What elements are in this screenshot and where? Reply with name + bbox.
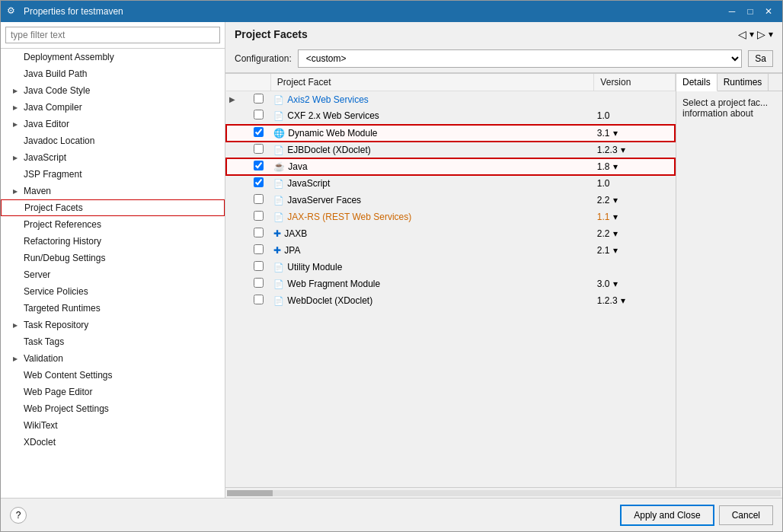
sidebar-item-web-content-settings[interactable]: Web Content Settings	[1, 367, 225, 384]
table-row[interactable]: 📄CXF 2.x Web Services1.0	[226, 108, 675, 125]
right-panel-header: Project Facets ◁ ▾ ▷ ▾ Configuration: <c…	[225, 22, 782, 73]
sidebar-item-xdoclet[interactable]: XDoclet	[1, 434, 225, 451]
version-dropdown-arrow-jaxrs[interactable]: ▾	[613, 212, 618, 222]
table-row[interactable]: ☕Java1.8▾	[226, 158, 675, 175]
back-button[interactable]: ◁	[738, 28, 746, 40]
table-row[interactable]: ✚JPA2.1▾	[226, 242, 675, 259]
sidebar-item-targeted-runtimes[interactable]: Targeted Runtimes	[1, 300, 225, 317]
expand-arrow-validation: ▶	[13, 355, 21, 362]
facet-checkbox-utility[interactable]	[254, 261, 264, 271]
sidebar-item-web-project-settings[interactable]: Web Project Settings	[1, 400, 225, 417]
help-button[interactable]: ?	[10, 507, 27, 524]
version-header: Version	[594, 74, 675, 91]
facet-checkbox-axis2[interactable]	[254, 94, 264, 104]
sidebar-item-javascript[interactable]: ▶JavaScript	[1, 149, 225, 166]
sidebar-item-javadoc-location[interactable]: Javadoc Location	[1, 132, 225, 149]
facet-icon-java: ☕	[273, 161, 285, 172]
sidebar-item-task-repository[interactable]: ▶Task Repository	[1, 317, 225, 333]
facet-icon-javascript-facet: 📄	[273, 179, 284, 188]
facet-checkbox-cxf[interactable]	[254, 110, 264, 119]
sidebar-item-deployment-assembly[interactable]: Deployment Assembly	[1, 49, 225, 65]
config-label: Configuration:	[235, 53, 292, 64]
sidebar-item-maven[interactable]: ▶Maven	[1, 183, 225, 199]
sidebar-item-run-debug-settings[interactable]: Run/Debug Settings	[1, 250, 225, 266]
tab-runtimes[interactable]: Runtimes	[717, 74, 769, 91]
sidebar-item-service-policies[interactable]: Service Policies	[1, 283, 225, 300]
tree-scroll: Deployment AssemblyJava Build Path▶Java …	[1, 49, 225, 498]
maximize-button[interactable]: □	[743, 4, 758, 19]
sidebar-item-jsp-fragment[interactable]: JSP Fragment	[1, 166, 225, 183]
history-dropdown-button[interactable]: ▾	[749, 28, 754, 40]
expand-arrow-java-code-style: ▶	[13, 88, 21, 94]
sidebar-item-label-project-facets: Project Facets	[24, 202, 83, 213]
arrow-col-header	[226, 74, 247, 91]
version-dropdown-arrow-web-fragment[interactable]: ▾	[613, 279, 618, 289]
close-button[interactable]: ✕	[761, 4, 776, 19]
forward-button[interactable]: ▷	[757, 28, 765, 40]
version-dropdown-arrow-jsf[interactable]: ▾	[613, 195, 618, 205]
table-row[interactable]: 🌐Dynamic Web Module3.1▾	[226, 125, 675, 142]
forward-dropdown-button[interactable]: ▾	[769, 28, 773, 40]
sidebar-item-java-editor[interactable]: ▶Java Editor	[1, 116, 225, 132]
sidebar-item-refactoring-history[interactable]: Refactoring History	[1, 233, 225, 250]
table-row[interactable]: 📄JAX-RS (REST Web Services)1.1▾	[226, 209, 675, 225]
apply-close-button[interactable]: Apply and Close	[620, 505, 714, 526]
facet-checkbox-jaxrs[interactable]	[254, 211, 264, 221]
facet-checkbox-ejbdoclet[interactable]	[254, 144, 264, 154]
table-row[interactable]: 📄JavaScript1.0	[226, 175, 675, 192]
save-button[interactable]: Sa	[748, 50, 773, 67]
facet-version-java: 1.8	[597, 161, 610, 172]
facet-icon-axis2: 📄	[273, 95, 284, 104]
sidebar-item-server[interactable]: Server	[1, 266, 225, 283]
sidebar-item-validation[interactable]: ▶Validation	[1, 350, 225, 367]
version-dropdown-arrow-dynamic-web[interactable]: ▾	[613, 128, 618, 139]
sidebar-item-web-page-editor[interactable]: Web Page Editor	[1, 384, 225, 400]
table-row[interactable]: ✚JAXB2.2▾	[226, 225, 675, 242]
sidebar-item-java-compiler[interactable]: ▶Java Compiler	[1, 99, 225, 116]
facet-version-web-fragment: 3.0	[597, 279, 610, 289]
row-arrow-dynamic-web	[226, 125, 247, 142]
facet-checkbox-java[interactable]	[254, 161, 264, 170]
sidebar-item-label-task-repository: Task Repository	[24, 320, 88, 330]
facet-version-javascript-facet: 1.0	[597, 178, 610, 189]
sidebar-item-label-web-content-settings: Web Content Settings	[24, 370, 113, 381]
facet-name-jaxrs: JAX-RS (REST Web Services)	[287, 212, 411, 222]
sidebar-item-task-tags[interactable]: Task Tags	[1, 333, 225, 350]
version-dropdown-arrow-ejbdoclet[interactable]: ▾	[621, 145, 625, 155]
facets-scrollbar[interactable]	[225, 487, 782, 498]
table-row[interactable]: 📄EJBDoclet (XDoclet)1.2.3▾	[226, 142, 675, 158]
sidebar-item-label-service-policies: Service Policies	[24, 286, 88, 297]
table-row[interactable]: 📄Utility Module	[226, 259, 675, 276]
config-select[interactable]: <custom>	[298, 49, 743, 68]
sidebar-item-java-code-style[interactable]: ▶Java Code Style	[1, 82, 225, 99]
facet-checkbox-jpa[interactable]	[254, 244, 264, 254]
minimize-button[interactable]: ─	[724, 4, 740, 19]
facet-checkbox-dynamic-web[interactable]	[254, 127, 264, 137]
tab-details[interactable]: Details	[676, 74, 717, 91]
facet-checkbox-javascript-facet[interactable]	[254, 177, 264, 187]
facet-checkbox-web-fragment[interactable]	[254, 278, 264, 288]
facet-checkbox-jaxb[interactable]	[254, 228, 264, 237]
facet-checkbox-webdoclet[interactable]	[254, 295, 264, 304]
facet-version-ejbdoclet: 1.2.3	[597, 145, 618, 155]
version-dropdown-arrow-jpa[interactable]: ▾	[613, 245, 618, 256]
filter-input[interactable]	[5, 27, 220, 43]
expand-arrow-task-repository: ▶	[13, 322, 21, 329]
sidebar-item-java-build-path[interactable]: Java Build Path	[1, 65, 225, 82]
sidebar-item-label-jsp-fragment: JSP Fragment	[24, 169, 81, 180]
table-row[interactable]: 📄WebDoclet (XDoclet)1.2.3▾	[226, 292, 675, 309]
sidebar-item-project-facets[interactable]: Project Facets	[1, 199, 225, 216]
row-arrow-webdoclet	[226, 292, 247, 309]
table-row[interactable]: 📄JavaServer Faces2.2▾	[226, 192, 675, 209]
table-row[interactable]: 📄Web Fragment Module3.0▾	[226, 276, 675, 292]
facet-version-cxf: 1.0	[597, 110, 610, 121]
version-dropdown-arrow-jaxb[interactable]: ▾	[613, 228, 618, 239]
table-row[interactable]: ▶📄Axis2 Web Services	[226, 91, 675, 108]
sidebar-item-project-references[interactable]: Project References	[1, 216, 225, 233]
facet-version-jaxb: 2.2	[597, 228, 610, 239]
version-dropdown-arrow-java[interactable]: ▾	[613, 161, 618, 172]
version-dropdown-arrow-webdoclet[interactable]: ▾	[621, 295, 625, 306]
sidebar-item-wikitext[interactable]: WikiText	[1, 417, 225, 434]
facet-checkbox-jsf[interactable]	[254, 194, 264, 204]
cancel-button[interactable]: Cancel	[719, 505, 773, 525]
